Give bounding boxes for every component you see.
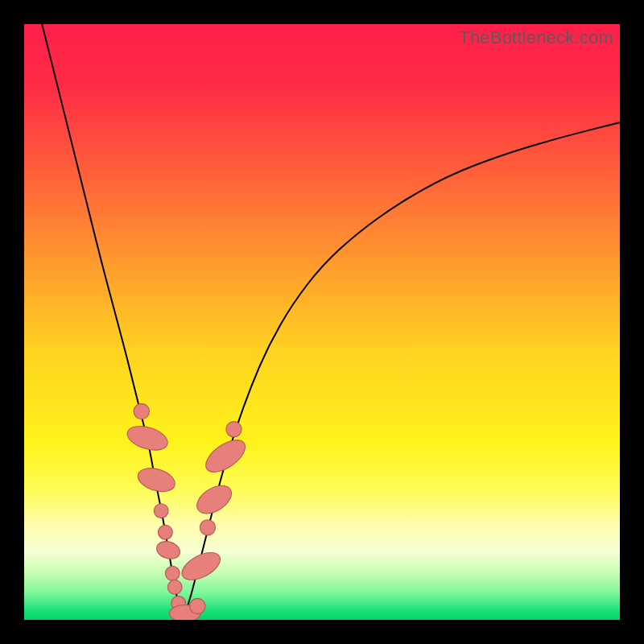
marker-1 [125, 422, 171, 455]
marker-15 [226, 422, 242, 437]
marker-5 [155, 539, 182, 561]
marker-11 [178, 547, 225, 585]
marker-3 [154, 504, 168, 518]
curve-layer [24, 24, 620, 620]
data-markers [125, 403, 251, 620]
marker-2 [135, 464, 178, 495]
marker-14 [200, 434, 250, 478]
marker-10 [190, 598, 205, 613]
chart-frame: TheBottleneck.com [0, 0, 644, 644]
curve-left-branch [42, 24, 180, 614]
marker-13 [192, 480, 237, 519]
curve-right-branch [185, 122, 620, 614]
bottleneck-curves [42, 24, 620, 614]
marker-0 [134, 403, 149, 419]
plot-area: TheBottleneck.com [24, 24, 620, 620]
marker-4 [159, 525, 173, 539]
marker-6 [165, 566, 180, 580]
marker-12 [200, 520, 215, 535]
marker-7 [167, 580, 182, 594]
watermark-text: TheBottleneck.com [459, 27, 613, 48]
